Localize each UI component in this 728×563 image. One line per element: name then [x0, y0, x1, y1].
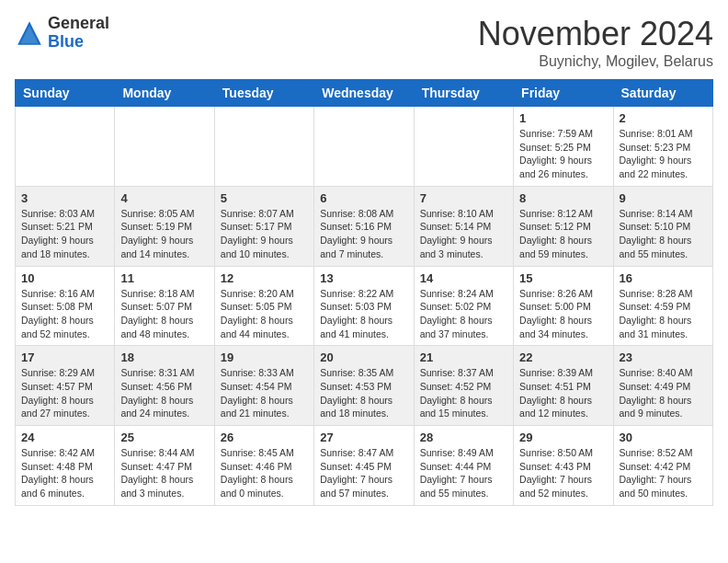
calendar-week-row-1: 3Sunrise: 8:03 AM Sunset: 5:21 PM Daylig…	[16, 186, 713, 266]
day-number: 16	[620, 271, 707, 285]
calendar-cell-w2-d0: 10Sunrise: 8:16 AM Sunset: 5:08 PM Dayli…	[16, 266, 115, 346]
day-number: 9	[620, 191, 707, 205]
day-number: 11	[120, 271, 208, 285]
title-area: November 2024 Buynichy, Mogilev, Belarus	[478, 15, 713, 70]
day-info: Sunrise: 8:24 AM Sunset: 5:02 PM Dayligh…	[420, 287, 507, 341]
day-number: 2	[620, 111, 707, 125]
header-saturday: Saturday	[613, 80, 712, 107]
day-info: Sunrise: 8:16 AM Sunset: 5:08 PM Dayligh…	[21, 287, 108, 341]
calendar-cell-w1-d1: 4Sunrise: 8:05 AM Sunset: 5:19 PM Daylig…	[115, 186, 214, 266]
day-number: 17	[21, 350, 108, 364]
day-number: 4	[120, 191, 208, 205]
day-number: 6	[320, 191, 407, 205]
day-info: Sunrise: 8:01 AM Sunset: 5:23 PM Dayligh…	[620, 127, 707, 181]
day-number: 1	[519, 111, 607, 125]
day-number: 12	[221, 271, 308, 285]
calendar-cell-w4-d0: 24Sunrise: 8:42 AM Sunset: 4:48 PM Dayli…	[16, 426, 115, 506]
calendar-cell-w0-d2	[214, 107, 313, 187]
calendar-week-row-0: 1Sunrise: 7:59 AM Sunset: 5:25 PM Daylig…	[16, 107, 713, 187]
day-number: 29	[519, 431, 607, 444]
calendar-cell-w0-d1	[115, 107, 214, 187]
logo-general-text: General	[48, 15, 109, 33]
calendar-cell-w4-d5: 29Sunrise: 8:50 AM Sunset: 4:43 PM Dayli…	[514, 426, 613, 506]
day-info: Sunrise: 8:44 AM Sunset: 4:47 PM Dayligh…	[120, 446, 208, 500]
calendar-cell-w4-d3: 27Sunrise: 8:47 AM Sunset: 4:45 PM Dayli…	[314, 426, 414, 506]
calendar-cell-w3-d4: 21Sunrise: 8:37 AM Sunset: 4:52 PM Dayli…	[414, 346, 513, 426]
calendar-cell-w1-d6: 9Sunrise: 8:14 AM Sunset: 5:10 PM Daylig…	[613, 186, 712, 266]
day-number: 27	[320, 431, 407, 444]
day-info: Sunrise: 8:05 AM Sunset: 5:19 PM Dayligh…	[120, 207, 208, 261]
day-info: Sunrise: 8:10 AM Sunset: 5:14 PM Dayligh…	[420, 207, 507, 261]
calendar-cell-w0-d3	[314, 107, 414, 187]
day-info: Sunrise: 8:31 AM Sunset: 4:56 PM Dayligh…	[120, 366, 208, 420]
calendar-cell-w3-d0: 17Sunrise: 8:29 AM Sunset: 4:57 PM Dayli…	[16, 346, 115, 426]
logo: General Blue	[15, 15, 109, 52]
day-number: 20	[320, 350, 407, 364]
calendar-cell-w1-d5: 8Sunrise: 8:12 AM Sunset: 5:12 PM Daylig…	[514, 186, 613, 266]
day-number: 8	[519, 191, 607, 205]
calendar-cell-w4-d4: 28Sunrise: 8:49 AM Sunset: 4:44 PM Dayli…	[414, 426, 513, 506]
day-info: Sunrise: 8:07 AM Sunset: 5:17 PM Dayligh…	[221, 207, 308, 261]
calendar-cell-w2-d1: 11Sunrise: 8:18 AM Sunset: 5:07 PM Dayli…	[115, 266, 214, 346]
location-title: Buynichy, Mogilev, Belarus	[478, 53, 713, 70]
logo-text: General Blue	[48, 15, 109, 52]
day-number: 18	[120, 350, 208, 364]
day-number: 10	[21, 271, 108, 285]
day-number: 15	[519, 271, 607, 285]
calendar-cell-w2-d4: 14Sunrise: 8:24 AM Sunset: 5:02 PM Dayli…	[414, 266, 513, 346]
calendar-cell-w3-d2: 19Sunrise: 8:33 AM Sunset: 4:54 PM Dayli…	[214, 346, 313, 426]
day-info: Sunrise: 8:20 AM Sunset: 5:05 PM Dayligh…	[221, 287, 308, 341]
day-number: 5	[221, 191, 308, 205]
day-info: Sunrise: 8:18 AM Sunset: 5:07 PM Dayligh…	[120, 287, 208, 341]
calendar-cell-w0-d6: 2Sunrise: 8:01 AM Sunset: 5:23 PM Daylig…	[613, 107, 712, 187]
day-number: 13	[320, 271, 407, 285]
calendar-cell-w1-d0: 3Sunrise: 8:03 AM Sunset: 5:21 PM Daylig…	[16, 186, 115, 266]
header-friday: Friday	[514, 80, 613, 107]
day-info: Sunrise: 8:47 AM Sunset: 4:45 PM Dayligh…	[320, 446, 407, 500]
day-info: Sunrise: 8:37 AM Sunset: 4:52 PM Dayligh…	[420, 366, 507, 420]
day-info: Sunrise: 8:28 AM Sunset: 4:59 PM Dayligh…	[620, 287, 707, 341]
day-info: Sunrise: 8:39 AM Sunset: 4:51 PM Dayligh…	[519, 366, 607, 420]
day-number: 19	[221, 350, 308, 364]
day-info: Sunrise: 8:03 AM Sunset: 5:21 PM Dayligh…	[21, 207, 108, 261]
calendar-cell-w0-d0	[16, 107, 115, 187]
day-number: 14	[420, 271, 507, 285]
day-number: 7	[420, 191, 507, 205]
calendar-cell-w4-d6: 30Sunrise: 8:52 AM Sunset: 4:42 PM Dayli…	[613, 426, 712, 506]
day-number: 26	[221, 431, 308, 444]
calendar-cell-w3-d6: 23Sunrise: 8:40 AM Sunset: 4:49 PM Dayli…	[613, 346, 712, 426]
day-info: Sunrise: 8:42 AM Sunset: 4:48 PM Dayligh…	[21, 446, 108, 500]
calendar-cell-w4-d2: 26Sunrise: 8:45 AM Sunset: 4:46 PM Dayli…	[214, 426, 313, 506]
calendar-cell-w2-d5: 15Sunrise: 8:26 AM Sunset: 5:00 PM Dayli…	[514, 266, 613, 346]
logo-blue-text: Blue	[48, 33, 109, 52]
day-number: 3	[21, 191, 108, 205]
header: General Blue November 2024 Buynichy, Mog…	[15, 15, 713, 70]
day-info: Sunrise: 8:40 AM Sunset: 4:49 PM Dayligh…	[620, 366, 707, 420]
calendar-cell-w1-d4: 7Sunrise: 8:10 AM Sunset: 5:14 PM Daylig…	[414, 186, 513, 266]
day-info: Sunrise: 8:14 AM Sunset: 5:10 PM Dayligh…	[620, 207, 707, 261]
calendar-cell-w1-d2: 5Sunrise: 8:07 AM Sunset: 5:17 PM Daylig…	[214, 186, 313, 266]
logo-icon	[15, 18, 44, 48]
day-number: 21	[420, 350, 507, 364]
header-wednesday: Wednesday	[314, 80, 414, 107]
day-info: Sunrise: 8:45 AM Sunset: 4:46 PM Dayligh…	[221, 446, 308, 500]
day-number: 25	[120, 431, 208, 444]
calendar-week-row-3: 17Sunrise: 8:29 AM Sunset: 4:57 PM Dayli…	[16, 346, 713, 426]
day-number: 28	[420, 431, 507, 444]
day-info: Sunrise: 8:35 AM Sunset: 4:53 PM Dayligh…	[320, 366, 407, 420]
day-info: Sunrise: 8:12 AM Sunset: 5:12 PM Dayligh…	[519, 207, 607, 261]
calendar-header-row: Sunday Monday Tuesday Wednesday Thursday…	[16, 80, 713, 107]
day-number: 24	[21, 431, 108, 444]
header-monday: Monday	[115, 80, 214, 107]
calendar-cell-w3-d3: 20Sunrise: 8:35 AM Sunset: 4:53 PM Dayli…	[314, 346, 414, 426]
day-info: Sunrise: 8:33 AM Sunset: 4:54 PM Dayligh…	[221, 366, 308, 420]
calendar-cell-w3-d1: 18Sunrise: 8:31 AM Sunset: 4:56 PM Dayli…	[115, 346, 214, 426]
month-title: November 2024	[478, 15, 713, 53]
calendar-cell-w2-d2: 12Sunrise: 8:20 AM Sunset: 5:05 PM Dayli…	[214, 266, 313, 346]
calendar-week-row-4: 24Sunrise: 8:42 AM Sunset: 4:48 PM Dayli…	[16, 426, 713, 506]
day-number: 23	[620, 350, 707, 364]
calendar-cell-w2-d3: 13Sunrise: 8:22 AM Sunset: 5:03 PM Dayli…	[314, 266, 414, 346]
calendar-cell-w0-d5: 1Sunrise: 7:59 AM Sunset: 5:25 PM Daylig…	[514, 107, 613, 187]
day-info: Sunrise: 8:49 AM Sunset: 4:44 PM Dayligh…	[420, 446, 507, 500]
day-info: Sunrise: 7:59 AM Sunset: 5:25 PM Dayligh…	[519, 127, 607, 181]
